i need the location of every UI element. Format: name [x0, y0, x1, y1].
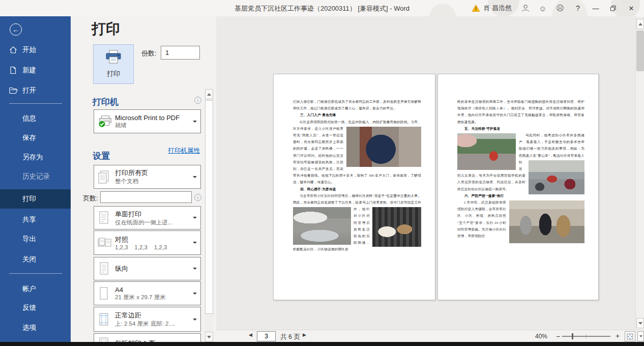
total-pages-label: 共 6 页	[280, 333, 300, 341]
printer-icon	[105, 50, 122, 67]
chevron-down-icon	[193, 176, 197, 178]
sidebar-item-label: 打开	[22, 86, 36, 95]
sidebar-item-info[interactable]: 信息	[0, 111, 71, 126]
printer-properties-link[interactable]: 打印机属性	[168, 147, 200, 155]
print-range-dropdown[interactable]: 打印所有页 整个文档	[94, 165, 201, 189]
close-button[interactable]: ✕	[622, 0, 641, 16]
collated-books-icon	[98, 237, 113, 249]
collate-dropdown[interactable]: 对照 1,2,3 1,2,3 1,2,3	[94, 230, 201, 255]
settings-section-heading: 设置	[93, 150, 110, 162]
sidebar-item-share[interactable]: 共享	[0, 212, 71, 227]
photo-street-errands	[529, 160, 584, 194]
print-button-label: 打印	[107, 69, 120, 78]
backstage-sidebar: ← 开始 新建 打开 信息 保存 另存为 历史记录 打印 共享 导出 关闭	[0, 16, 71, 342]
pages-per-sheet-dropdown[interactable]: 每版打印 1 页	[94, 333, 201, 342]
zoom-slider-handle[interactable]	[572, 333, 573, 339]
sidebar-item-feedback[interactable]: 反馈	[0, 300, 71, 315]
frown-feedback-icon[interactable]: ☹	[551, 0, 569, 16]
scroll-up-icon[interactable]	[636, 19, 644, 29]
sidebar-item-print[interactable]: 打印	[0, 189, 71, 209]
page-per-sheet-icon	[98, 337, 113, 342]
sidebar-item-label: 新建	[22, 66, 36, 75]
chevron-down-icon	[193, 268, 197, 270]
open-folder-icon	[9, 87, 18, 94]
info-icon[interactable]: i	[194, 194, 201, 201]
paragraph: 们加入微信群，门栋微信群也成为了肖永俊同志的工作群，及时在群里开展引导解释帮扶工…	[293, 98, 421, 111]
settings-scrollbar[interactable]	[205, 89, 213, 342]
paragraph: 民的基本生活物资的保障工作，主动帮助各门栋团购的团长将生活物资卸货、维护现场秩序…	[457, 98, 584, 125]
scroll-down-icon[interactable]	[205, 332, 213, 342]
paragraph: 与此同时，他考虑到小区有许多困难户、孤寡老人，于是积极主动的要求去帮助他们做一些…	[457, 132, 584, 192]
status-options-dropdown-icon[interactable]	[637, 331, 644, 341]
printer-ready-icon	[98, 115, 113, 128]
back-arrow-icon[interactable]: ←	[10, 23, 22, 36]
sidebar-item-save-as[interactable]: 另存为	[0, 150, 71, 165]
photo-street-elderly	[457, 133, 516, 170]
pages-range-input[interactable]	[100, 191, 192, 203]
orientation-dropdown[interactable]: 纵向	[94, 257, 201, 280]
taskbar-edge	[0, 342, 644, 346]
info-icon[interactable]: i	[194, 97, 201, 104]
sidebar-item-new[interactable]: 新建	[0, 63, 71, 78]
minimize-button[interactable]: —	[587, 0, 604, 16]
printer-status: 就绪	[115, 122, 193, 129]
divider	[9, 273, 62, 274]
scrollbar-thumb[interactable]	[636, 31, 644, 71]
scroll-up-icon[interactable]	[205, 89, 213, 99]
chevron-down-icon	[193, 293, 197, 295]
zoom-in-icon[interactable]: +	[616, 332, 620, 340]
scroll-down-icon[interactable]	[636, 318, 644, 328]
scrollbar-thumb[interactable]	[205, 100, 213, 314]
new-doc-icon	[9, 66, 17, 74]
section-heading: 五、关注特群·守护孤老	[457, 125, 584, 132]
sidebar-item-close-doc[interactable]: 关闭	[0, 252, 71, 267]
copies-stepper	[161, 46, 200, 60]
paper-size-dropdown[interactable]: A4 21 厘米 x 29.7 厘米	[94, 281, 201, 305]
section-heading: 四、同心携手·为爱传递	[293, 186, 421, 192]
zoom-to-page-button[interactable]	[625, 331, 635, 341]
chevron-down-icon	[193, 121, 197, 123]
sidebar-item-export[interactable]: 导出	[0, 232, 71, 247]
photo-packages-gate	[372, 207, 421, 247]
preview-page-right: 民的基本生活物资的保障工作，主动帮助各门栋团购的团长将生活物资卸货、维护现场秩序…	[437, 74, 599, 300]
preview-scrollbar[interactable]	[635, 16, 644, 330]
sidebar-item-label: 开始	[22, 45, 36, 54]
chevron-down-icon	[193, 319, 197, 321]
zoom-percentage[interactable]: 40%	[535, 333, 547, 340]
sync-warning-icon[interactable]	[472, 0, 480, 16]
print-preview-area: 们加入微信群，门栋微信群也成为了肖永俊同志的工作群，及时在群里开展引导解释帮扶工…	[216, 16, 644, 342]
photo-checkpoint-masks	[509, 200, 584, 243]
user-name[interactable]: 肖 昌浩然	[480, 0, 517, 16]
current-page-input[interactable]	[257, 331, 276, 341]
section-heading: 三、入门入户·勇当先锋	[293, 111, 421, 118]
sidebar-item-open[interactable]: 打开	[0, 83, 71, 98]
print-button[interactable]: 打印	[93, 44, 134, 84]
previous-page-icon[interactable]: ◀	[249, 332, 252, 337]
zoom-out-icon[interactable]: −	[556, 332, 560, 340]
printer-dropdown[interactable]: Microsoft Print to PDF 就绪	[94, 109, 201, 133]
paragraph: 社区是疫情联防联控的第一线，也是外防输入、内防扩散最有效的防线。当市、区文件要求…	[293, 119, 421, 186]
paper-sheet-icon	[98, 286, 113, 301]
restore-button[interactable]	[604, 0, 622, 16]
divider	[9, 103, 62, 104]
smiley-feedback-icon[interactable]: ☺	[534, 0, 551, 16]
all-pages-icon	[98, 170, 113, 184]
margins-dropdown[interactable]: 正常边距 上: 2.54 厘米 底部: 2....	[94, 307, 201, 332]
user-avatar-icon[interactable]	[517, 0, 534, 16]
copies-label: 份数:	[141, 49, 157, 58]
sidebar-item-account[interactable]: 帐户	[0, 281, 71, 297]
copies-input[interactable]	[161, 46, 216, 59]
page-title: 打印	[92, 19, 120, 39]
printer-section-heading: 打印机	[93, 96, 119, 108]
sidebar-item-home[interactable]: 开始	[0, 42, 71, 57]
duplex-dropdown[interactable]: 单面打印 仅在纸面的一侧上进...	[94, 206, 201, 229]
chevron-down-icon	[193, 242, 197, 244]
sidebar-item-options[interactable]: 选项	[0, 320, 71, 335]
preview-page-left: 们加入微信群，门栋微信群也成为了肖永俊同志的工作群，及时在群里开展引导解释帮扶工…	[273, 74, 435, 300]
portrait-page-icon	[98, 262, 113, 276]
sidebar-item-history[interactable]: 历史记录	[0, 169, 71, 184]
sidebar-item-save[interactable]: 保存	[0, 130, 71, 146]
next-page-icon[interactable]: ▶	[303, 332, 306, 337]
home-icon	[9, 46, 17, 54]
help-icon[interactable]: ?	[569, 0, 587, 16]
